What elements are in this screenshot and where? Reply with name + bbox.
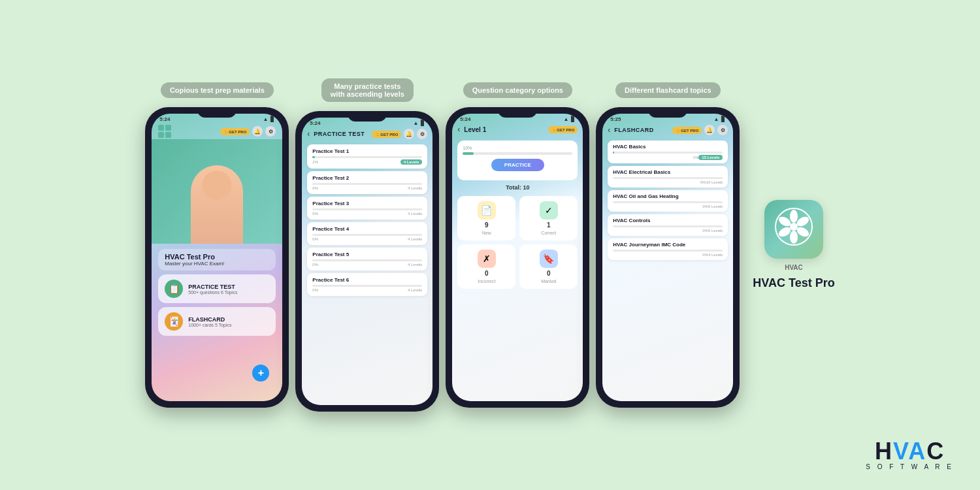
practice-item-5[interactable]: Practice Test 5 0% 4 Levels — [307, 248, 427, 270]
fc-badge-2: 10 Levels — [706, 180, 723, 184]
fc-levels-row-1: 1% 15 Levels — [613, 155, 723, 160]
hvac-fan-icon — [774, 207, 813, 246]
battery-icon-3: ▊ — [571, 116, 575, 122]
flashcard-title-2: HVAC Electrical Basics — [613, 169, 723, 175]
section-label-text-3: Question category options — [472, 86, 563, 94]
flashcard-item-5[interactable]: HVAC Journeyman IMC Code 0% 4 Levels — [608, 238, 728, 260]
practice-item-3[interactable]: Practice Test 3 0% 4 Levels — [307, 197, 427, 220]
get-pro-badge-2[interactable]: 👑 GET PRO — [372, 131, 402, 138]
practice-test-icon: 📋 — [165, 280, 183, 298]
practice-item-4[interactable]: Practice Test 4 0% 4 Levels — [307, 222, 427, 245]
settings-icon-4[interactable]: ⚙ — [717, 125, 728, 135]
phone-frame-3: 5:24 ▲ ▊ ‹ Level 1 👑 GET PRO — [446, 107, 589, 408]
flashcard-title-4: HVAC Controls — [613, 218, 723, 223]
header-icons-right-4: 👑 GET PRO 🔔 ⚙ — [672, 125, 728, 135]
flashcard-sub: 1000+ cards 5 Topics — [188, 323, 231, 327]
back-arrow-3[interactable]: ‹ — [457, 125, 460, 134]
flashcard-info: FLASHCARD 1000+ cards 5 Topics — [188, 316, 231, 327]
progress-bg-1 — [312, 156, 422, 158]
flashcard-item-2[interactable]: HVAC Electrical Basics 0% 10 Levels — [608, 166, 728, 188]
levels-row-2: 0% 4 Levels — [312, 186, 422, 190]
practice-item-title-2: Practice Test 2 — [312, 175, 422, 181]
fc-level-text-1: 1% — [693, 155, 699, 159]
app-icon — [764, 200, 823, 259]
fc-progress-bg-5 — [613, 250, 723, 252]
hvac-logo-sub: S O F T W A R E — [866, 463, 954, 470]
hvac-logo-text: HVAC — [866, 440, 954, 463]
app-title-sub: Master your HVAC Exam! — [165, 261, 269, 267]
phone-3: 5:24 ▲ ▊ ‹ Level 1 👑 GET PRO — [446, 107, 589, 408]
section-label-text-4: Different flashcard topics — [625, 86, 711, 94]
stat-label-new: New — [482, 231, 491, 235]
fc-levels-row-2: 0% 10 Levels — [613, 180, 723, 184]
get-pro-badge-1[interactable]: 👑 GET PRO — [220, 128, 250, 135]
level-text-5: 0% — [312, 263, 318, 267]
flashcard-item-3[interactable]: HVAC Oil and Gas Heating 0% 5 Levels — [608, 190, 728, 212]
battery-icon-1: ▊ — [270, 116, 274, 122]
phone-screen-4: 5:25 ▲ ▊ ‹ FLASHCARD 👑 GET PRO 🔔 ⚙ — [602, 114, 733, 401]
back-arrow-2[interactable]: ‹ — [307, 129, 310, 139]
levels-badge-5: 4 Levels — [408, 263, 422, 267]
stat-icon-correct: ✓ — [540, 201, 558, 220]
stat-label-incorrect: Incorrect — [478, 279, 495, 284]
get-pro-badge-4[interactable]: 👑 GET PRO — [672, 127, 702, 134]
practice-item-2[interactable]: Practice Test 2 0% 4 Levels — [307, 171, 427, 194]
flashcard-menu-item[interactable]: 🃏 FLASHCARD 1000+ cards 5 Topics — [158, 307, 276, 336]
fc-levels-row-4: 0% 5 Levels — [613, 229, 723, 233]
person-image — [191, 165, 243, 244]
phone-screen-1: 5:24 ▲ ▊ — [152, 114, 282, 401]
bell-icon-2[interactable]: 🔔 — [404, 129, 414, 139]
fc-badge-4: 5 Levels — [708, 229, 723, 233]
phone-notch-1 — [197, 107, 237, 118]
levels-badge-4: 4 Levels — [408, 237, 422, 241]
progress-bg-3 — [312, 208, 422, 210]
progress-pct: 10% — [463, 146, 572, 150]
bell-icon-4[interactable]: 🔔 — [704, 125, 715, 135]
levels-row-4: 0% 4 Levels — [312, 237, 422, 241]
flashcard-title: FLASHCARD — [188, 316, 231, 323]
practice-test-menu-item[interactable]: 📋 PRACTICE TEST 500+ questions 6 Topics — [158, 274, 276, 303]
phone-1: 5:24 ▲ ▊ — [145, 107, 289, 408]
settings-icon-2[interactable]: ⚙ — [417, 129, 427, 139]
practice-test-sub: 500+ questions 6 Topics — [188, 290, 237, 295]
phone-screen-3: 5:24 ▲ ▊ ‹ Level 1 👑 GET PRO — [452, 114, 583, 401]
progress-bg-2 — [312, 183, 422, 185]
flashcard-title-3: HVAC Oil and Gas Heating — [613, 193, 723, 199]
screen3-body: 10% PRACTICE Total: 10 📄 9 — [452, 135, 583, 294]
phone-notch-3 — [498, 107, 537, 118]
bell-icon-1[interactable]: 🔔 — [252, 126, 263, 137]
phone-screen-2: 5:24 ▲ ▊ ‹ PRACTICE TEST 👑 GET PRO 🔔 ⚙ — [302, 118, 433, 405]
fab-button[interactable]: + — [252, 365, 269, 382]
header-icons-right-3: 👑 GET PRO — [548, 126, 578, 133]
fc-progress-fill-1 — [613, 152, 614, 154]
phone-4: 5:25 ▲ ▊ ‹ FLASHCARD 👑 GET PRO 🔔 ⚙ — [596, 107, 740, 408]
fc-level-text-3: 0% — [702, 204, 708, 208]
fc-levels-row-3: 0% 5 Levels — [613, 204, 723, 208]
phone-section-4: Different flashcard topics 5:25 ▲ ▊ ‹ FL… — [596, 82, 740, 408]
fc-level-text-5: 0% — [702, 253, 708, 257]
level-text-2: 0% — [312, 186, 318, 190]
screen3-header: ‹ Level 1 👑 GET PRO — [452, 123, 583, 135]
practice-item-title-3: Practice Test 3 — [312, 201, 422, 206]
practice-item-6[interactable]: Practice Test 6 0% 4 Levels — [307, 273, 427, 296]
phone-section-2: Many practice testswith ascending levels… — [295, 78, 439, 412]
section-label-3: Question category options — [463, 82, 572, 98]
wifi-icon-3: ▲ — [563, 116, 568, 122]
back-arrow-4[interactable]: ‹ — [608, 125, 610, 135]
levels-row-6: 0% 4 Levels — [312, 288, 422, 292]
settings-icon-1[interactable]: ⚙ — [265, 126, 276, 137]
header-icons-right-1: 👑 GET PRO 🔔 ⚙ — [220, 126, 276, 137]
flashcard-item-4[interactable]: HVAC Controls 0% 5 Levels — [608, 214, 728, 236]
levels-row-5: 0% 4 Levels — [312, 263, 422, 267]
practice-item-1[interactable]: Practice Test 1 2% 4 Levels — [307, 144, 427, 169]
stat-icon-incorrect: ✗ — [478, 250, 496, 268]
practice-button[interactable]: PRACTICE — [491, 159, 544, 171]
stat-label-correct: Correct — [541, 231, 556, 235]
wifi-icon-2: ▲ — [413, 120, 418, 126]
progress-bar-green — [463, 152, 572, 155]
get-pro-badge-3[interactable]: 👑 GET PRO — [548, 126, 578, 133]
flashcard-item-1[interactable]: HVAC Basics 1% 15 Levels — [608, 140, 728, 163]
grid-icon[interactable] — [158, 125, 171, 138]
app-icon-title: HVAC Test Pro — [753, 276, 834, 290]
stat-card-correct: ✓ 1 Correct — [519, 196, 578, 240]
